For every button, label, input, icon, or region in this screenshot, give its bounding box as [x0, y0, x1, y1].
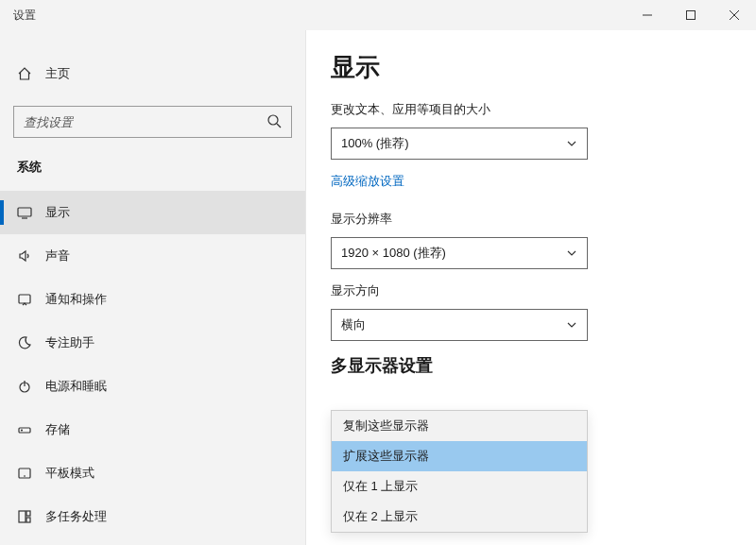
- sidebar-category: 系统: [0, 153, 305, 191]
- window-titlebar: 设置: [0, 0, 756, 30]
- window-title: 设置: [13, 8, 36, 24]
- svg-point-6: [22, 430, 23, 431]
- scale-value: 100% (推荐): [341, 135, 409, 152]
- resolution-dropdown[interactable]: 1920 × 1080 (推荐): [331, 237, 588, 269]
- svg-rect-9: [26, 511, 30, 516]
- sidebar-item-label: 显示: [45, 204, 70, 221]
- multi-monitor-dropdown-popup: 复制这些显示器 扩展这些显示器 仅在 1 上显示 仅在 2 上显示: [331, 410, 588, 533]
- svg-rect-3: [19, 295, 30, 303]
- storage-icon: [17, 422, 45, 437]
- home-icon: [17, 66, 45, 81]
- search-icon: [266, 113, 282, 131]
- sidebar-item-label: 平板模式: [45, 465, 94, 482]
- resolution-value: 1920 × 1080 (推荐): [341, 245, 446, 262]
- advanced-scale-link[interactable]: 高级缩放设置: [331, 173, 404, 190]
- sidebar-item-tablet[interactable]: 平板模式: [0, 451, 305, 495]
- multi-option-only-1[interactable]: 仅在 1 上显示: [332, 471, 587, 502]
- search-input[interactable]: [24, 115, 266, 129]
- chevron-down-icon: [566, 138, 577, 149]
- orientation-value: 横向: [341, 316, 366, 333]
- sidebar-item-label: 通知和操作: [45, 291, 107, 308]
- svg-rect-8: [19, 511, 26, 522]
- multi-option-only-2[interactable]: 仅在 2 上显示: [332, 502, 587, 532]
- svg-rect-5: [19, 428, 30, 433]
- multi-monitor-heading: 多显示器设置: [331, 354, 731, 377]
- sidebar-item-label: 声音: [45, 247, 70, 264]
- sidebar-item-label: 存储: [45, 421, 70, 438]
- sidebar-item-label: 电源和睡眠: [45, 378, 107, 395]
- sidebar-item-label: 多任务处理: [45, 508, 107, 525]
- scale-label: 更改文本、应用等项目的大小: [331, 101, 731, 118]
- orientation-dropdown[interactable]: 横向: [331, 309, 588, 341]
- sidebar-item-storage[interactable]: 存储: [0, 408, 305, 451]
- scale-dropdown[interactable]: 100% (推荐): [331, 128, 588, 160]
- sidebar-item-multitask[interactable]: 多任务处理: [0, 495, 305, 538]
- sidebar-item-power[interactable]: 电源和睡眠: [0, 365, 305, 408]
- orientation-label: 显示方向: [331, 282, 731, 299]
- multi-option-duplicate[interactable]: 复制这些显示器: [332, 411, 587, 441]
- svg-point-1: [268, 115, 278, 125]
- sidebar-item-label: 专注助手: [45, 334, 94, 351]
- page-title: 显示: [331, 51, 731, 84]
- sidebar-item-focus[interactable]: 专注助手: [0, 321, 305, 365]
- sound-icon: [17, 248, 45, 264]
- window-controls: [626, 0, 756, 30]
- svg-rect-10: [26, 518, 30, 522]
- multitask-icon: [17, 509, 45, 524]
- display-icon: [17, 205, 45, 220]
- power-icon: [17, 379, 45, 394]
- maximize-button[interactable]: [669, 0, 713, 30]
- notification-icon: [17, 292, 45, 307]
- close-button[interactable]: [713, 0, 756, 30]
- sidebar-item-sound[interactable]: 声音: [0, 234, 305, 278]
- chevron-down-icon: [566, 319, 577, 331]
- moon-icon: [17, 335, 45, 350]
- nav-home[interactable]: 主页: [0, 55, 305, 93]
- tablet-icon: [17, 466, 45, 481]
- sidebar: 主页 系统 显示 声音: [0, 30, 306, 545]
- svg-rect-2: [18, 208, 31, 216]
- chevron-down-icon: [566, 247, 577, 259]
- content-pane: 显示 更改文本、应用等项目的大小 100% (推荐) 高级缩放设置 显示分辨率 …: [306, 30, 756, 545]
- sidebar-item-notifications[interactable]: 通知和操作: [0, 278, 305, 321]
- sidebar-item-display[interactable]: 显示: [0, 191, 305, 234]
- resolution-label: 显示分辨率: [331, 211, 731, 228]
- minimize-button[interactable]: [626, 0, 669, 30]
- search-box[interactable]: [13, 106, 292, 138]
- nav-home-label: 主页: [45, 65, 70, 82]
- multi-option-extend[interactable]: 扩展这些显示器: [332, 441, 587, 471]
- svg-rect-0: [687, 11, 696, 20]
